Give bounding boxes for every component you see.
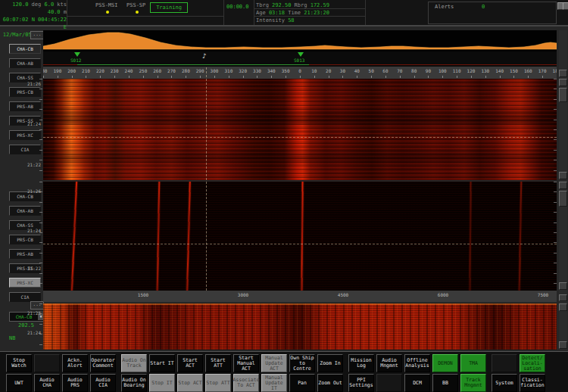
scroll-up-button-wf1[interactable] xyxy=(559,79,567,86)
bearing-tick-label: 320 xyxy=(239,68,247,73)
panel-button-audio-mngmnt[interactable]: Audio Mngmnt xyxy=(376,354,402,372)
more-options-button-top[interactable]: ... xyxy=(30,31,44,39)
panel-button-zoom-out[interactable]: Zoom Out xyxy=(317,374,343,392)
scroll-down-button-wf3[interactable] xyxy=(559,341,567,349)
sector-line-green xyxy=(77,64,309,65)
sidebar-button-prs-xc[interactable]: PRS-XC xyxy=(9,278,41,288)
panel-button-bb[interactable]: BB xyxy=(432,374,458,392)
panel-button-ppi-settings[interactable]: PPI Settings xyxy=(348,374,374,392)
panel-group-2: Audio On TrackAudio On BearingStart ITSt… xyxy=(121,354,343,392)
panel-button-mission-log[interactable]: Mission Log xyxy=(348,354,374,372)
right-ticks-wf1 xyxy=(554,79,557,180)
left-ticks-wf2 xyxy=(39,182,42,291)
time-label: 21:26 xyxy=(20,81,41,86)
panel-button-start-manual-act[interactable]: Start Manual ACT xyxy=(233,354,259,372)
panel-button-classi-fication[interactable]: Classi- fication xyxy=(520,374,545,392)
panel-button-stop-watch[interactable]: Stop Watch xyxy=(6,354,32,372)
panel-button-offline-analysis[interactable]: Offline Analysis xyxy=(404,354,430,372)
bearing-tick-label: 210 xyxy=(82,68,90,73)
time-label: 21:24 xyxy=(20,228,41,233)
signal-trace xyxy=(71,182,77,291)
panel-button-manual-update-act[interactable]: Manual Update ACT xyxy=(261,354,287,372)
scroll-corner-button[interactable] xyxy=(559,70,567,77)
bearing-tick-label: 220 xyxy=(96,68,105,73)
bearing-tick-label: 170 xyxy=(538,68,547,73)
cursor-vertical-wf2 xyxy=(206,182,207,291)
panel-button-audio-prs[interactable]: Audio PRS xyxy=(62,374,88,392)
sidebar-button-prs-xc[interactable]: PRS-XC xyxy=(9,130,41,140)
panel-button-start-act[interactable]: Start ACT xyxy=(177,354,203,372)
contact-time-value: 21:23:20 xyxy=(304,10,329,16)
scroll-thumb-wf1[interactable] xyxy=(559,88,567,102)
signal-trace xyxy=(186,182,191,291)
bearing-tick-label: 190 xyxy=(53,68,61,73)
panel-button-dcm[interactable]: DCM xyxy=(404,374,430,392)
waterfall-broadband[interactable] xyxy=(43,303,557,350)
speed-value: 6.0 xyxy=(44,2,54,8)
sidebar-button-cha-cb[interactable]: CHA-CB xyxy=(9,44,41,54)
panel-button-audio-on-track[interactable]: Audio On Track xyxy=(121,354,147,372)
panel-button-pan[interactable]: Pan xyxy=(289,374,315,392)
panel-button-start-it[interactable]: Start IT xyxy=(149,354,175,372)
panel-button-manual-update-it[interactable]: Manual Update IT xyxy=(261,374,287,392)
sidebar-stack-1: CHA-CBCHA-ABCHA-SSPRS-CBPRS-ABPRS-SSPRS-… xyxy=(0,44,41,159)
bearing-tick-label: 180 xyxy=(553,68,557,73)
music-note-icon[interactable]: ♪ xyxy=(202,52,206,60)
divider xyxy=(254,8,365,9)
scroll-thumb-wf2[interactable] xyxy=(559,191,567,207)
scroll-corner-button-2[interactable] xyxy=(559,294,567,301)
panel-button-detect-locali-sation[interactable]: Detect/ Locali- sation xyxy=(520,354,545,372)
waterfall-bearing-time[interactable] xyxy=(43,79,557,180)
marker-triangle-icon xyxy=(298,52,304,57)
bearing-scale: 1801902002102202302402502602702802903003… xyxy=(43,67,557,79)
divider xyxy=(365,0,366,25)
sidebar-button-prs-ab[interactable]: PRS-AB xyxy=(9,249,41,259)
panel-button-audio-cha[interactable]: Audio CHA xyxy=(34,374,60,392)
panel-button-audio-cia[interactable]: Audio CIA xyxy=(90,374,116,392)
waterfall-frequency[interactable] xyxy=(43,182,557,291)
panel-button-zoom-in[interactable]: Zoom In xyxy=(317,354,343,372)
sidebar-button-cia[interactable]: CIA xyxy=(9,145,41,154)
sidebar-button-cha-ab[interactable]: CHA-AB xyxy=(9,206,41,216)
panel-button-stop-it[interactable]: Stop IT xyxy=(149,374,175,392)
sidebar-button-cha-ab[interactable]: CHA-AB xyxy=(9,58,41,68)
bearing-tick-label: 80 xyxy=(411,68,417,73)
divider xyxy=(223,0,224,25)
alerts-count: 0 xyxy=(482,4,485,10)
pss-msi-indicator xyxy=(106,11,109,14)
panel-button-audio-on-bearing[interactable]: Audio On Bearing xyxy=(121,374,147,392)
panel-button-track-mngmnt[interactable]: Track Mngmnt xyxy=(460,374,486,392)
sidebar-button-prs-ab[interactable]: PRS-AB xyxy=(9,101,41,111)
header-mini-button[interactable] xyxy=(563,2,568,10)
signal-trace xyxy=(301,182,303,291)
panel-button-stop-att[interactable]: Stop ATT xyxy=(205,374,231,392)
bearing-tick-label: 140 xyxy=(495,68,504,73)
panel-button-operator-comment[interactable]: Operator Comment xyxy=(90,354,116,372)
panel-button-tma[interactable]: TMA xyxy=(460,354,486,372)
divider xyxy=(67,16,223,17)
panel-button-stop-act[interactable]: Stop ACT xyxy=(177,374,203,392)
scroll-up-button-wf3[interactable] xyxy=(559,303,567,311)
time-label: 21:24 xyxy=(20,121,41,126)
sidebar-button-prs-cb[interactable]: PRS-CB xyxy=(9,235,41,244)
panel-group-4: SystemDetect/ Locali- sationClassi- fica… xyxy=(492,354,545,392)
bearing-tick-label: 130 xyxy=(481,68,489,73)
rbrg-value: 172.59 xyxy=(311,2,329,8)
bearing-tick-label: 0 xyxy=(298,68,301,73)
bearing-overview-display[interactable] xyxy=(43,30,557,51)
signal-trace xyxy=(157,182,161,291)
sidebar-button-prs-cb[interactable]: PRS-CB xyxy=(9,87,41,97)
frequency-scale: 15003000450060007500 xyxy=(43,291,557,302)
marker-label: S013 xyxy=(294,58,304,63)
panel-button-ackn-alert[interactable]: Ackn. Alert xyxy=(62,354,88,372)
scroll-down-button-wf2[interactable] xyxy=(559,282,567,290)
panel-button-own-ship-to-centre[interactable]: Own Ship to Centre xyxy=(289,354,315,372)
panel-button-demon[interactable]: DEMON xyxy=(432,354,458,372)
panel-button-start-att[interactable]: Start ATT xyxy=(205,354,231,372)
panel-button-uwt[interactable]: UWT xyxy=(6,374,32,392)
panel-button-associate-to-act[interactable]: Associate To ACT xyxy=(233,374,259,392)
scroll-up-button-wf2[interactable] xyxy=(559,182,567,189)
frequency-tick-label: 4500 xyxy=(338,292,348,297)
panel-button-system[interactable]: System xyxy=(492,374,517,392)
scroll-down-button-wf1[interactable] xyxy=(559,172,567,179)
